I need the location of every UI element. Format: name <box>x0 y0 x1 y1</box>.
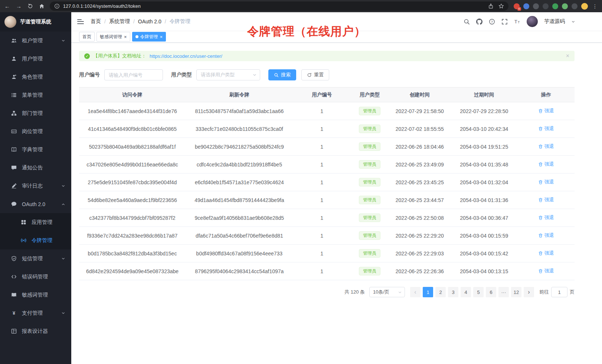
delete-icon <box>538 269 543 274</box>
page-button-4[interactable]: 4 <box>461 287 471 297</box>
alert-close-icon[interactable]: × <box>566 53 569 59</box>
user-name[interactable]: 芋道源码 <box>544 18 565 25</box>
table-header-row: 访问令牌刷新令牌用户编号用户类型创建时间过期时间操作 <box>79 87 575 102</box>
sidebar-item-pay[interactable]: ¥支付管理 <box>0 304 71 322</box>
sidebar-item-tenant[interactable]: 租户管理 <box>0 32 71 50</box>
action-cell: 强退 <box>517 156 575 173</box>
force-logout-button[interactable]: 强退 <box>538 143 554 150</box>
page-list: 123456···12 <box>423 287 521 297</box>
sidebar-item-label: 令牌管理 <box>32 237 65 244</box>
force-logout-button[interactable]: 强退 <box>538 179 554 185</box>
token-table-body: 1ea5e44f8bc1467aaede43144f31de76811c5304… <box>79 102 575 280</box>
tab-close-icon[interactable]: × <box>160 34 163 39</box>
chevron-down-icon[interactable] <box>571 20 575 24</box>
user-type-cell: 管理员 <box>351 262 389 280</box>
created-time-cell: 2022-06-25 23:45:25 <box>389 173 451 191</box>
sidebar-item-dept[interactable]: 部门管理 <box>0 104 71 122</box>
page-button-6[interactable]: 6 <box>486 287 496 297</box>
sidebar-item-post[interactable]: 岗位管理 <box>0 122 71 140</box>
sidebar-item-sensitive-word[interactable]: 敏感词管理 <box>0 286 71 304</box>
force-logout-button[interactable]: 强退 <box>538 250 554 257</box>
extension-blue[interactable] <box>523 3 529 9</box>
fullscreen-icon[interactable] <box>501 19 508 25</box>
force-logout-button[interactable]: 强退 <box>538 125 554 132</box>
back-icon[interactable]: ← <box>4 3 10 9</box>
extension-gray[interactable] <box>572 3 578 9</box>
next-page-button[interactable]: › <box>524 287 534 297</box>
app-title: 芋道管理系统 <box>20 19 51 25</box>
breadcrumb-item[interactable]: OAuth 2.0 <box>138 19 161 24</box>
sidebar-item-notice[interactable]: 通知公告 <box>0 159 71 177</box>
page-button-5[interactable]: 5 <box>473 287 484 297</box>
user-type-cell: 管理员 <box>351 173 389 191</box>
site-info-icon[interactable] <box>54 3 60 9</box>
goto-page-input[interactable] <box>551 287 567 297</box>
url-bar[interactable]: 127.0.0.1:1024/system/oauth2/token <box>50 1 508 11</box>
table-row: c347026e805e4d99b0d116eae66eda8ccdfc4ce9… <box>79 156 575 173</box>
sidebar-item-dict[interactable]: 字典管理 <box>0 140 71 159</box>
breadcrumb-item[interactable]: 系统管理 <box>109 18 130 25</box>
bookmark-star-icon[interactable] <box>498 3 504 9</box>
logo-image <box>4 16 16 28</box>
expire-time-cell: 2054-03-04 00:15:59 <box>451 227 517 245</box>
search-button[interactable]: 搜索 <box>268 69 296 80</box>
reset-button[interactable]: 重置 <box>301 69 329 80</box>
help-icon[interactable]: ? <box>489 19 495 25</box>
forward-icon[interactable]: → <box>16 3 22 9</box>
sidebar-item-error-code[interactable]: 错误码管理 <box>0 268 71 286</box>
user-id-input[interactable] <box>104 69 163 80</box>
alert-link[interactable]: https://doc.iocoder.cn/user-center/ <box>150 53 222 59</box>
tab-token[interactable]: 令牌管理× <box>132 32 166 42</box>
more-pages-button[interactable]: ··· <box>498 287 509 297</box>
app-logo[interactable]: 芋道管理系统 <box>0 12 71 32</box>
force-logout-label: 强退 <box>544 214 554 221</box>
force-logout-button[interactable]: 强退 <box>538 268 554 274</box>
user-type-select[interactable]: 请选择用户类型 <box>196 69 260 80</box>
extension-dark-2[interactable] <box>543 3 549 9</box>
share-icon[interactable] <box>488 3 494 9</box>
font-size-icon[interactable]: TT <box>514 19 520 25</box>
force-logout-button[interactable]: 强退 <box>538 196 554 203</box>
avatar[interactable] <box>527 16 538 27</box>
dict-icon <box>11 147 17 152</box>
sidebar-item-sms[interactable]: 短信管理 <box>0 249 71 268</box>
force-logout-button[interactable]: 强退 <box>538 161 554 168</box>
sidebar-item-oauth2[interactable]: OAuth 2.0 <box>0 195 71 213</box>
role-icon <box>11 74 17 80</box>
page-button-3[interactable]: 3 <box>448 287 458 297</box>
extension-green[interactable] <box>552 3 558 9</box>
sidebar-item-menu[interactable]: 菜单管理 <box>0 86 71 104</box>
tab-sensitive-word[interactable]: 敏感词管理× <box>96 32 130 42</box>
delete-icon <box>538 180 543 185</box>
sidebar-item-token[interactable]: 令牌管理 <box>0 231 71 249</box>
extension-red[interactable]: 0 <box>514 3 520 9</box>
browser-menu-icon[interactable]: ⋮ <box>592 3 598 9</box>
prev-page-button[interactable]: ‹ <box>410 287 421 297</box>
home-icon[interactable] <box>39 3 45 9</box>
sidebar-item-report[interactable]: 报表设计器 <box>0 322 71 340</box>
search-icon[interactable] <box>464 19 470 25</box>
extension-puzzle[interactable] <box>562 3 568 9</box>
tab-close-icon[interactable]: × <box>124 34 127 39</box>
breadcrumb-item[interactable]: 首页 <box>91 18 101 25</box>
sidebar-item-role[interactable]: 角色管理 <box>0 68 71 86</box>
sidebar-item-user[interactable]: 用户管理 <box>0 50 71 68</box>
access-token-cell: 1ea5e44f8bc1467aaede43144f31de76 <box>79 102 186 120</box>
page-button-2[interactable]: 2 <box>435 287 446 297</box>
sidebar-item-audit-log[interactable]: 审计日志 <box>0 177 71 195</box>
extension-dark-1[interactable] <box>533 3 539 9</box>
force-logout-button[interactable]: 强退 <box>538 107 554 114</box>
tab-home[interactable]: 首页 <box>79 32 95 42</box>
column-header: 用户编号 <box>293 87 351 102</box>
page-button-1[interactable]: 1 <box>423 287 433 297</box>
hamburger-icon[interactable] <box>77 19 84 24</box>
github-icon[interactable] <box>476 19 482 25</box>
profile-avatar[interactable] <box>581 3 588 10</box>
force-logout-button[interactable]: 强退 <box>538 232 554 239</box>
sidebar-item-app[interactable]: 应用管理 <box>0 213 71 231</box>
page-button-12[interactable]: 12 <box>511 287 521 297</box>
page-size-select[interactable]: 10条/页 <box>369 287 405 297</box>
force-logout-button[interactable]: 强退 <box>538 214 554 221</box>
url-text: 127.0.0.1:1024/system/oauth2/token <box>63 4 485 9</box>
reload-icon[interactable] <box>27 3 33 9</box>
